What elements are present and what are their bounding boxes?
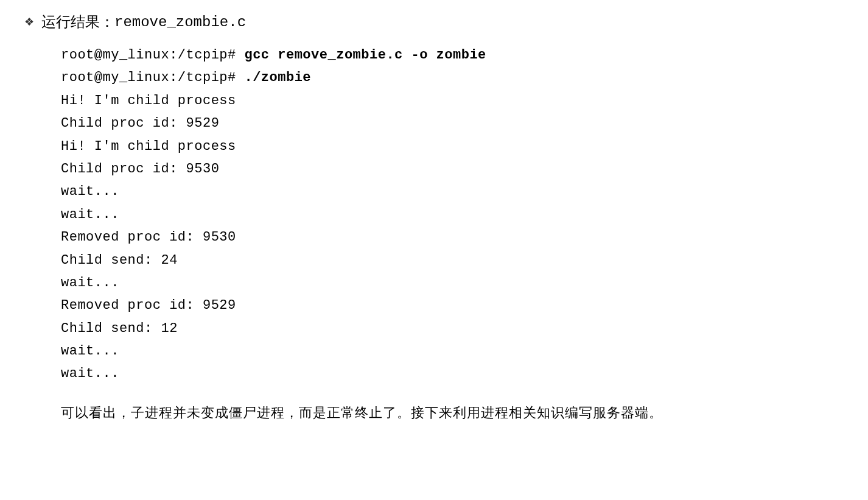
terminal-prompt: root@my_linux:/tcpip#	[61, 70, 244, 85]
terminal-line: wait...	[61, 272, 844, 294]
terminal-line: Child send: 12	[61, 317, 844, 340]
terminal-line: root@my_linux:/tcpip# gcc remove_zombie.…	[61, 44, 844, 66]
terminal-line: Child proc id: 9529	[61, 112, 844, 135]
section-heading: ❖ 运行结果： remove_zombie.c	[24, 12, 844, 32]
terminal-line: wait...	[61, 203, 844, 226]
terminal-line: Child proc id: 9530	[61, 158, 844, 180]
terminal-line: root@my_linux:/tcpip# ./zombie	[61, 66, 844, 89]
bullet-icon: ❖	[24, 15, 34, 29]
terminal-line: Removed proc id: 9530	[61, 226, 844, 248]
terminal-line: Removed proc id: 9529	[61, 294, 844, 317]
terminal-line: Hi! I'm child process	[61, 90, 844, 112]
heading-filename: remove_zombie.c	[114, 14, 246, 30]
terminal-line: wait...	[61, 362, 844, 385]
terminal-line: Hi! I'm child process	[61, 135, 844, 158]
terminal-command: gcc remove_zombie.c -o zombie	[244, 48, 486, 63]
heading-label: 运行结果：	[41, 12, 114, 32]
terminal-prompt: root@my_linux:/tcpip#	[61, 48, 244, 63]
terminal-command: ./zombie	[244, 70, 311, 85]
footer-paragraph: 可以看出，子进程并未变成僵尸进程，而是正常终止了。接下来利用进程相关知识编写服务…	[61, 404, 844, 422]
terminal-line: wait...	[61, 340, 844, 362]
terminal-line: wait...	[61, 180, 844, 203]
terminal-line: Child send: 24	[61, 249, 844, 272]
terminal-output: root@my_linux:/tcpip# gcc remove_zombie.…	[61, 44, 844, 386]
